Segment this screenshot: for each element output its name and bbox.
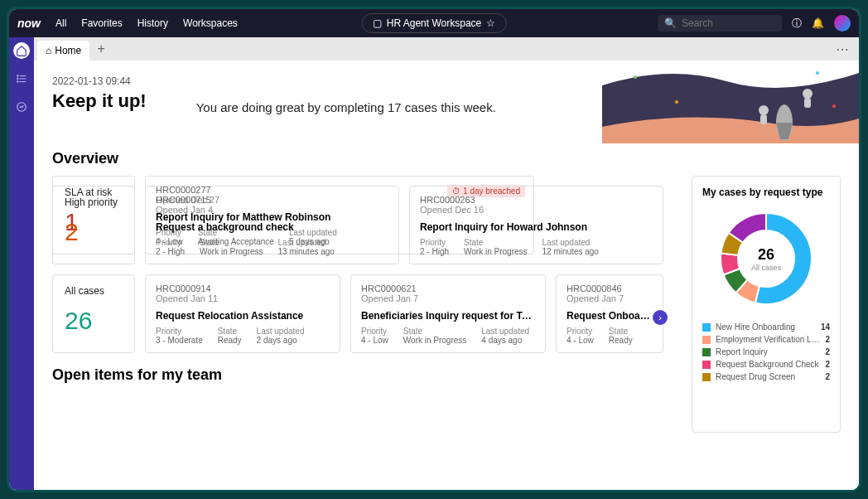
chart-title: My cases by request type — [702, 187, 830, 198]
tab-home-label: Home — [55, 45, 81, 56]
banner-illustration — [602, 61, 859, 143]
search-input[interactable] — [682, 17, 764, 29]
case-number: HRC0000715 — [156, 195, 388, 205]
stat-value: 2 — [65, 218, 123, 246]
svg-rect-13 — [760, 114, 767, 124]
case-number: HRC0000846 — [567, 283, 653, 293]
svg-point-7 — [634, 75, 637, 79]
legend-item[interactable]: Request Background Check2 — [702, 358, 830, 371]
case-opened: Opened Jan 7 — [567, 293, 653, 303]
logo: now — [17, 17, 41, 30]
svg-point-3 — [17, 75, 18, 76]
case-title: Request Relocation Assistance — [156, 310, 330, 322]
workspace-name: HR Agent Workspace — [387, 17, 482, 29]
next-arrow-button[interactable]: › — [653, 310, 668, 325]
donut-center-value: 26 — [751, 246, 781, 264]
chart-legend: New Hire Onboarding14Employment Verifica… — [702, 321, 830, 383]
legend-item[interactable]: Employment Verification Letter2 — [702, 333, 830, 346]
case-opened: Opened Jan 4 — [156, 205, 388, 215]
case-number: HRC0000914 — [156, 283, 330, 293]
case-card[interactable]: HRC0000621 Opened Jan 7 Beneficiaries In… — [350, 274, 546, 353]
case-title: Report Inquiry for Howard Johnson — [420, 221, 653, 233]
avatar[interactable] — [834, 15, 851, 31]
tab-home[interactable]: ⌂ Home — [37, 41, 89, 61]
tab-more-button[interactable]: ⋯ — [829, 41, 856, 57]
donut-center-label: All cases — [751, 264, 781, 272]
window-icon: ▢ — [373, 17, 382, 29]
banner-message: You are doing great by completing 17 cas… — [196, 100, 496, 114]
help-icon[interactable]: ⓘ — [792, 17, 802, 31]
star-icon[interactable]: ☆ — [486, 17, 495, 29]
case-title: Request Onboarding — [567, 310, 653, 322]
bell-icon[interactable]: 🔔 — [812, 17, 824, 29]
stat-all-cases[interactable]: All cases 26 — [52, 274, 135, 353]
case-opened: Opened Dec 16 — [420, 205, 653, 215]
case-title: Request a background check — [156, 221, 388, 233]
case-opened: Opened Jan 7 — [361, 293, 535, 303]
banner: 2022-01-13 09:44 Keep it up! You are doi… — [34, 61, 859, 143]
search-box[interactable]: 🔍 — [658, 15, 782, 31]
case-card[interactable]: HRC0000715 Opened Jan 4 Request a backgr… — [145, 186, 399, 264]
stat-value: 26 — [65, 307, 123, 335]
rail-list-icon[interactable] — [13, 70, 30, 87]
svg-point-8 — [675, 100, 678, 104]
legend-item[interactable]: New Hire Onboarding14 — [702, 321, 830, 333]
banner-timestamp: 2022-01-13 09:44 — [52, 75, 147, 87]
case-card[interactable]: HRC0000263 Opened Dec 16 Report Inquiry … — [409, 186, 663, 264]
rail-chart-icon[interactable] — [13, 99, 30, 115]
search-icon: 🔍 — [664, 17, 677, 29]
tab-bar: ⌂ Home + ⋯ — [34, 37, 859, 61]
nav-history[interactable]: History — [137, 17, 168, 29]
stat-label: All cases — [65, 285, 123, 297]
case-opened: Opened Jan 11 — [156, 293, 330, 303]
svg-rect-15 — [804, 98, 811, 108]
svg-point-14 — [803, 89, 813, 99]
svg-point-9 — [816, 71, 819, 75]
top-nav: All Favorites History Workspaces — [55, 17, 238, 29]
case-number: HRC0000263 — [420, 195, 653, 205]
chart-card: My cases by request type 26 All cases Ne… — [692, 176, 841, 433]
stat-high-priority[interactable]: High priority 2 — [52, 186, 135, 264]
left-rail — [9, 37, 34, 490]
svg-point-4 — [17, 78, 18, 79]
rail-home-icon[interactable] — [13, 42, 30, 59]
svg-point-12 — [759, 105, 769, 115]
top-bar: now All Favorites History Workspaces ▢ H… — [9, 9, 859, 37]
nav-workspaces[interactable]: Workspaces — [183, 17, 238, 29]
nav-favorites[interactable]: Favorites — [81, 17, 122, 29]
case-title: Beneficiaries Inquiry request for Tyree … — [361, 310, 535, 322]
case-card[interactable]: HRC0000914 Opened Jan 11 Request Relocat… — [145, 274, 340, 353]
svg-point-5 — [17, 81, 18, 82]
workspace-pill[interactable]: ▢ HR Agent Workspace ☆ — [362, 13, 507, 33]
home-icon: ⌂ — [46, 45, 51, 56]
banner-heading: Keep it up! — [52, 90, 147, 112]
tab-add-button[interactable]: + — [89, 39, 113, 59]
nav-all[interactable]: All — [55, 17, 66, 29]
case-card[interactable]: HRC0000846 Opened Jan 7 Request Onboardi… — [556, 274, 663, 353]
case-number: HRC0000621 — [361, 283, 535, 293]
legend-item[interactable]: Report Inquiry2 — [702, 346, 830, 358]
donut-chart[interactable]: 26 All cases — [712, 205, 820, 312]
overview-heading: Overview — [34, 143, 859, 176]
legend-item[interactable]: Request Drug Screen2 — [702, 371, 830, 383]
stat-label: High priority — [65, 196, 123, 208]
svg-point-10 — [832, 104, 836, 108]
